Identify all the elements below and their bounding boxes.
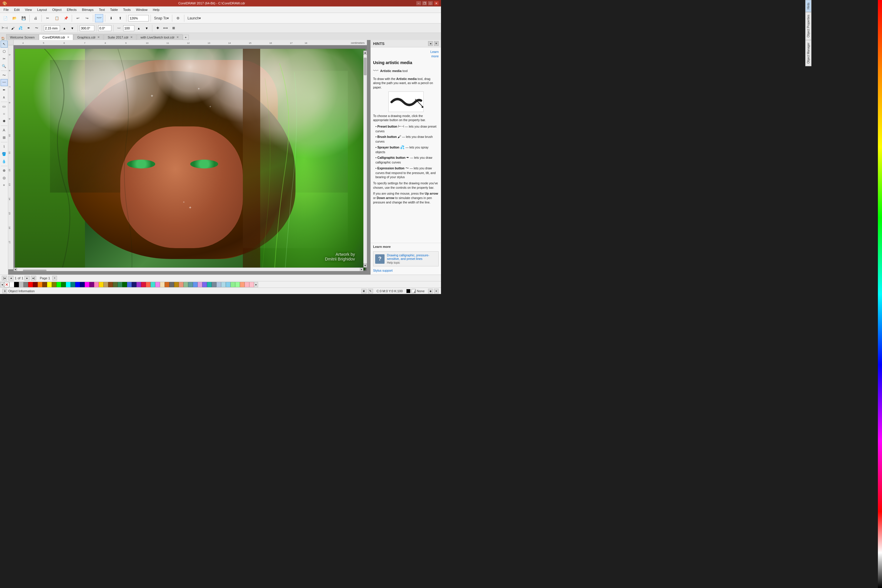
mirror-button[interactable]: ⟺ <box>162 25 169 32</box>
tool-rectangle[interactable]: ▭ <box>1 103 8 110</box>
copy-button[interactable]: 📋 <box>52 14 61 22</box>
palette-turquoise[interactable] <box>150 282 155 287</box>
palette-no-fill[interactable]: ✕ <box>4 282 9 287</box>
tool-polygon[interactable]: ✱ <box>1 118 8 124</box>
tool-crop[interactable]: ✂ <box>1 55 8 62</box>
angle1-input[interactable] <box>80 25 94 31</box>
tool-polyline[interactable]: ∧ <box>1 94 8 101</box>
add-tab-button[interactable]: + <box>183 35 189 40</box>
tool-select[interactable]: ↖ <box>1 40 8 48</box>
open-button[interactable]: 📂 <box>10 14 18 22</box>
palette-light-blue[interactable] <box>221 282 226 287</box>
restore-button[interactable]: ❐ <box>422 1 427 5</box>
palette-salmon[interactable] <box>179 282 183 287</box>
status-extra-button[interactable]: ≡ <box>434 289 439 293</box>
tool-text[interactable]: A <box>1 127 8 134</box>
palette-brown-orange[interactable] <box>42 282 47 287</box>
menu-edit[interactable]: Edit <box>12 8 22 12</box>
palette-tan[interactable] <box>104 282 108 287</box>
palette-crimson[interactable] <box>141 282 146 287</box>
palette-scroll-left[interactable]: ◂ <box>0 282 4 287</box>
tool-shape[interactable]: ⬡ <box>1 48 8 55</box>
page-first-button[interactable]: |◂ <box>2 276 7 280</box>
tab-graphics-close[interactable]: ✕ <box>98 36 100 39</box>
palette-gray[interactable] <box>19 282 24 287</box>
hints-close-button[interactable]: ✕ <box>434 41 439 46</box>
tool-interactive[interactable]: ⊕ <box>1 167 8 174</box>
palette-light-green[interactable] <box>231 282 235 287</box>
redo-button[interactable]: ↪ <box>83 14 91 22</box>
palette-dark-goldenrod[interactable] <box>174 282 179 287</box>
flat-down[interactable]: ▼ <box>143 25 150 32</box>
palette-pink[interactable] <box>94 282 99 287</box>
export-button[interactable]: ⬆ <box>116 14 124 22</box>
brush-mode-button[interactable]: 🖌 <box>9 25 16 32</box>
palette-tomato[interactable] <box>146 282 150 287</box>
menu-table[interactable]: Table <box>108 8 120 12</box>
add-page-button[interactable]: + <box>52 276 57 280</box>
calligraphic-mode-button[interactable]: ✒ <box>25 25 32 32</box>
scroll-left-button[interactable]: ◂ <box>14 268 17 272</box>
flat-up[interactable]: ▲ <box>135 25 142 32</box>
minimize-button[interactable]: − <box>416 1 421 5</box>
palette-dim-gray[interactable] <box>170 282 174 287</box>
tool-parallel[interactable]: ⌇ <box>1 143 8 150</box>
size-stepper-down[interactable]: ▼ <box>69 25 76 32</box>
palette-orchid[interactable] <box>136 282 141 287</box>
palette-blue[interactable] <box>75 282 80 287</box>
sprayer-mode-button[interactable]: 💦 <box>17 25 24 32</box>
palette-yellow[interactable] <box>47 282 52 287</box>
scroll-down-button[interactable]: ▼ <box>363 263 367 267</box>
tab-coreldraw-close[interactable]: ✕ <box>67 36 69 39</box>
import-button[interactable]: ⬇ <box>107 14 115 22</box>
tool-zoom[interactable]: 🔍 <box>1 63 8 70</box>
grid-button[interactable]: ⊞ <box>170 25 177 32</box>
menu-object[interactable]: Object <box>50 8 64 12</box>
options-button[interactable]: ⚙ <box>174 14 182 22</box>
tab-suite[interactable]: Suite 2017.cdr ✕ <box>104 34 136 40</box>
palette-dark-green[interactable] <box>61 282 66 287</box>
tool-ellipse[interactable]: ○ <box>1 110 8 117</box>
palette-pink2[interactable] <box>249 282 254 287</box>
palette-scroll-right[interactable]: ▸ <box>254 282 258 287</box>
palette-sienna[interactable] <box>108 282 113 287</box>
tab-welcome[interactable]: Welcome Screen <box>6 34 39 40</box>
palette-white[interactable] <box>9 282 14 287</box>
print-button[interactable]: 🖨 <box>32 14 40 22</box>
maximize-button[interactable]: □ <box>428 1 433 5</box>
menu-file[interactable]: File <box>1 8 11 12</box>
hscroll-thumb[interactable] <box>23 270 46 272</box>
palette-cadet-blue[interactable] <box>188 282 193 287</box>
close-button[interactable]: ✕ <box>434 1 439 5</box>
palette-sea-green[interactable] <box>118 282 122 287</box>
hints-learn-link[interactable]: Learn more <box>430 50 439 58</box>
palette-magenta[interactable] <box>85 282 89 287</box>
tool-add[interactable]: + <box>1 182 8 189</box>
menu-text[interactable]: Text <box>96 8 107 12</box>
palette-green[interactable] <box>57 282 61 287</box>
tool-table[interactable]: ⊞ <box>1 134 8 141</box>
palette-gold[interactable] <box>99 282 104 287</box>
menu-help[interactable]: Help <box>150 8 162 12</box>
tool-artistic-media[interactable]: 〰 <box>1 79 8 86</box>
smooth-button[interactable]: 〰 <box>115 25 122 32</box>
palette-sky-blue[interactable] <box>226 282 231 287</box>
launch-button[interactable]: Launch ▾ <box>186 14 202 22</box>
palette-dark-sea-green[interactable] <box>183 282 188 287</box>
size-stepper-up[interactable]: ▲ <box>61 25 68 32</box>
palette-orange[interactable] <box>38 282 42 287</box>
tab-livesketch-close[interactable]: ✕ <box>176 36 179 39</box>
menu-window[interactable]: Window <box>134 8 150 12</box>
flat-input[interactable] <box>123 25 134 31</box>
status-pen-button[interactable]: ✎ <box>368 289 373 293</box>
menu-bitmaps[interactable]: Bitmaps <box>80 8 96 12</box>
palette-medium-slate[interactable] <box>202 282 207 287</box>
cut-button[interactable]: ✂ <box>44 14 52 22</box>
palette-wheat[interactable] <box>160 282 165 287</box>
menu-view[interactable]: View <box>22 8 34 12</box>
add-node-button[interactable]: ✚ <box>154 25 161 32</box>
palette-light-steel[interactable] <box>216 282 221 287</box>
tab-livesketch[interactable]: with LiveSketch tool.cdr ✕ <box>137 34 183 40</box>
palette-purple[interactable] <box>89 282 94 287</box>
menu-effects[interactable]: Effects <box>64 8 79 12</box>
